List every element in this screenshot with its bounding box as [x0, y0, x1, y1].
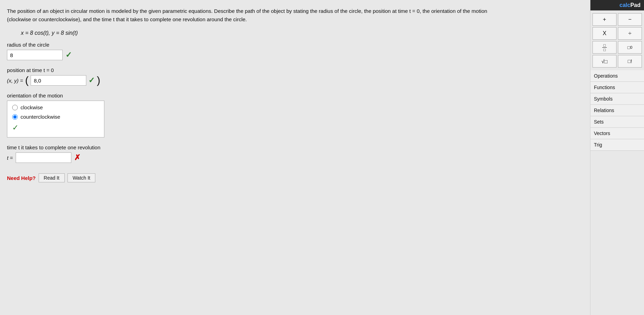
calcpad-header: calcPad [590, 0, 644, 10]
time-section: time t it takes to complete one revoluti… [7, 144, 581, 163]
right-paren: ) [97, 75, 100, 86]
power-button[interactable]: □0 [618, 41, 642, 54]
minus-button[interactable]: − [618, 13, 642, 26]
multiply-button[interactable]: X [593, 27, 617, 40]
calcpad-sidebar: calcPad + − X ÷ □ □ □0 √□ □! Operations … [590, 0, 644, 315]
t-prefix: t = [7, 155, 13, 161]
clockwise-radio[interactable] [12, 105, 18, 110]
counterclockwise-row: counterclockwise [12, 114, 99, 120]
radius-input-row: ✓ [7, 50, 581, 60]
factorial-button[interactable]: □! [618, 55, 642, 68]
main-content: The position of an object in circular mo… [0, 0, 591, 315]
divide-button[interactable]: ÷ [618, 27, 642, 40]
time-label: time t it takes to complete one revoluti… [7, 144, 581, 150]
orientation-label: orientation of the motion [7, 93, 581, 99]
position-check-icon: ✓ [88, 76, 95, 85]
menu-vectors[interactable]: Vectors [590, 128, 644, 139]
position-prefix: (x, y) = [7, 78, 23, 84]
sqrt-button[interactable]: √□ [593, 55, 617, 68]
calcpad-title-blue: calc [620, 2, 630, 8]
position-section: position at time t = 0 (x, y) = ( ✓ ) [7, 67, 581, 86]
equation: x = 8 cos(t), y = 8 sin(t) [21, 30, 581, 36]
menu-relations[interactable]: Relations [590, 105, 644, 116]
calcpad-buttons: + − X ÷ □ □ □0 √□ □! [590, 10, 644, 70]
orientation-check-icon: ✓ [12, 123, 99, 132]
plus-button[interactable]: + [593, 13, 617, 26]
need-help-row: Need Help? Read It Watch It [7, 173, 581, 182]
time-input-row: t = ✗ [7, 152, 581, 163]
calcpad-menu: Operations Functions Symbols Relations S… [590, 70, 644, 151]
calcpad-title-white: Pad [630, 2, 641, 8]
menu-sets[interactable]: Sets [590, 116, 644, 128]
clockwise-label: clockwise [21, 104, 43, 110]
read-it-button[interactable]: Read It [39, 173, 65, 182]
menu-operations[interactable]: Operations [590, 70, 644, 82]
left-paren: ( [25, 75, 29, 86]
counterclockwise-radio[interactable] [12, 114, 18, 120]
position-label: position at time t = 0 [7, 67, 581, 73]
orientation-box: clockwise counterclockwise ✓ [7, 101, 104, 137]
need-help-text: Need Help? [7, 175, 36, 181]
menu-symbols[interactable]: Symbols [590, 93, 644, 105]
position-input[interactable] [31, 75, 86, 86]
fraction-button[interactable]: □ □ [593, 41, 617, 54]
clockwise-row: clockwise [12, 104, 99, 110]
radius-label: radius of the circle [7, 42, 581, 48]
position-input-row: (x, y) = ( ✓ ) [7, 75, 581, 86]
time-input[interactable] [16, 152, 71, 163]
menu-functions[interactable]: Functions [590, 82, 644, 93]
counterclockwise-label: counterclockwise [21, 114, 60, 120]
radius-section: radius of the circle ✓ [7, 42, 581, 60]
watch-it-button[interactable]: Watch It [67, 173, 96, 182]
menu-trig[interactable]: Trig [590, 139, 644, 151]
time-x-icon: ✗ [74, 153, 80, 162]
radius-check-icon: ✓ [65, 50, 72, 60]
question-text: The position of an object in circular mo… [7, 7, 494, 24]
radius-input[interactable] [7, 50, 63, 60]
orientation-section: orientation of the motion clockwise coun… [7, 93, 581, 137]
